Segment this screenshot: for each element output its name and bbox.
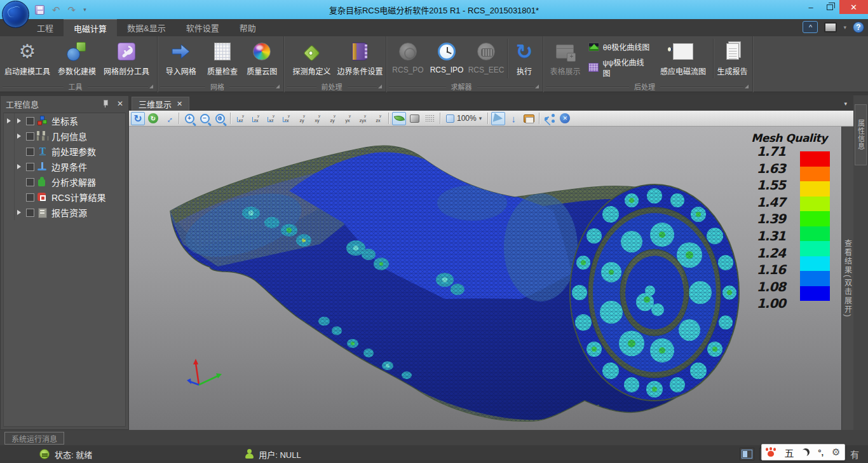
quality-cloud-map-button[interactable]: 质量云图 bbox=[243, 38, 281, 82]
spin-view-button[interactable]: ↻ bbox=[146, 112, 160, 125]
rotate-view-button[interactable]: ↻ bbox=[131, 112, 145, 125]
system-messages-tab[interactable]: 系统运行消息 bbox=[4, 432, 64, 445]
view-orientation-button-10[interactable]: zx bbox=[371, 112, 385, 125]
close-view-button[interactable]: ✕ bbox=[558, 112, 572, 125]
flat-shading-button[interactable] bbox=[407, 112, 421, 125]
ime-mode-label[interactable]: 五 bbox=[784, 446, 794, 459]
zoom-in-button[interactable]: + bbox=[182, 112, 196, 125]
tab-list-dropdown-icon[interactable]: ▾ bbox=[844, 100, 847, 107]
help-button[interactable]: ? bbox=[853, 22, 864, 33]
generate-report-button[interactable]: 生成报告 bbox=[715, 38, 750, 82]
tab-project[interactable]: 工程 bbox=[27, 19, 64, 36]
status-text: 状态: 就绪 bbox=[55, 448, 92, 460]
expander-icon[interactable] bbox=[17, 134, 21, 139]
group-expand-icon[interactable] bbox=[149, 85, 153, 88]
view-orientation-button-3[interactable]: xz bbox=[264, 112, 278, 125]
pan-view-button[interactable]: ↔ bbox=[159, 109, 178, 128]
ime-paw-icon[interactable] bbox=[766, 448, 776, 457]
quality-check-button[interactable]: 质量检查 bbox=[201, 38, 243, 82]
theta-polarization-curve-button[interactable]: θθ极化曲线图 bbox=[588, 41, 651, 52]
minimize-button[interactable]: – bbox=[801, 0, 820, 14]
view-orientation-button-5[interactable]: zy bbox=[295, 112, 309, 125]
zoom-fit-button[interactable]: ⊕ bbox=[213, 112, 227, 125]
quick-access-dropdown-icon[interactable]: ▾ bbox=[83, 7, 86, 13]
group-expand-icon[interactable] bbox=[276, 85, 280, 88]
checkbox[interactable] bbox=[26, 193, 34, 202]
checkbox[interactable] bbox=[26, 148, 34, 156]
collapse-ribbon-button[interactable]: ^ bbox=[803, 21, 818, 33]
tree-item-boundary-conditions[interactable]: 边界条件 bbox=[4, 159, 125, 174]
boundary-condition-settings-button[interactable]: 边界条件设置 bbox=[337, 38, 383, 82]
tree-item-coordinate-system[interactable]: 坐标系 bbox=[4, 113, 125, 128]
tab-em-computation[interactable]: 电磁计算 bbox=[64, 19, 117, 36]
layout-left-panel-button[interactable] bbox=[740, 448, 754, 460]
view-orientation-button-9[interactable]: zyx bbox=[356, 112, 370, 125]
tab-software-settings[interactable]: 软件设置 bbox=[176, 19, 229, 36]
rcs-po-solver-button[interactable]: RCS_PO bbox=[389, 38, 427, 82]
rcs-eec-solver-button[interactable]: RCS_EEC bbox=[466, 38, 506, 82]
group-expand-icon[interactable] bbox=[745, 85, 749, 88]
ime-toolbar[interactable]: 五 °, ⚙ bbox=[761, 444, 845, 460]
share-view-button[interactable] bbox=[543, 112, 557, 125]
import-view-button[interactable]: ↓ bbox=[506, 112, 520, 125]
tab-help[interactable]: 帮助 bbox=[229, 19, 266, 36]
screen-icon[interactable] bbox=[824, 22, 837, 32]
restore-button[interactable] bbox=[820, 0, 839, 14]
view-orientation-button-7[interactable]: zy bbox=[325, 112, 339, 125]
checkbox[interactable] bbox=[26, 163, 34, 171]
smooth-shading-button[interactable] bbox=[392, 112, 406, 125]
tab-data-display[interactable]: 数据&显示 bbox=[117, 19, 176, 36]
view-orientation-button-2[interactable]: zx bbox=[249, 112, 263, 125]
tree-item-rcs-results[interactable]: RCS计算结果 bbox=[4, 190, 125, 205]
ime-moon-icon[interactable] bbox=[802, 448, 810, 456]
application-logo[interactable] bbox=[2, 1, 29, 28]
close-button[interactable]: ✕ bbox=[839, 0, 868, 14]
induced-current-map-button[interactable]: 感应电磁流图 bbox=[654, 38, 712, 82]
view-orientation-button-1[interactable]: xz bbox=[234, 112, 248, 125]
expander-icon[interactable] bbox=[17, 164, 21, 169]
tab-3d-display[interactable]: 三维显示 ✕ bbox=[132, 97, 189, 111]
screen-dropdown-icon[interactable]: ▾ bbox=[843, 24, 846, 31]
expander-icon[interactable] bbox=[17, 210, 21, 215]
zoom-out-button[interactable]: − bbox=[198, 112, 212, 125]
results-collapsed-panel[interactable]: 查看结果(双击展开) bbox=[841, 127, 853, 430]
expander-icon[interactable] bbox=[17, 118, 21, 123]
table-display-button[interactable]: 表格展示 bbox=[546, 38, 585, 82]
import-mesh-button[interactable]: 导入网格 bbox=[160, 38, 201, 82]
psi-polarization-curve-button[interactable]: ψψ极化曲线图 bbox=[588, 57, 651, 78]
view-orientation-button-8[interactable]: yx bbox=[341, 112, 355, 125]
checkbox[interactable] bbox=[26, 178, 34, 186]
group-expand-icon[interactable] bbox=[378, 85, 382, 88]
viewport-3d-canvas[interactable]: Mesh Quality 1.71 1.63 1.55 1.47 1.39 1.… bbox=[129, 127, 841, 430]
pin-icon[interactable] bbox=[102, 100, 108, 107]
parametric-modeling-button[interactable]: 参数化建模 bbox=[52, 38, 102, 82]
redo-icon[interactable]: ↷ bbox=[68, 5, 76, 15]
checkbox[interactable] bbox=[26, 209, 34, 217]
mesh-partition-tool-button[interactable]: 网格剖分工具 bbox=[102, 38, 151, 82]
tree-item-analysis-solver[interactable]: 分析求解器 bbox=[4, 174, 125, 190]
panel-close-icon[interactable]: ✕ bbox=[117, 99, 123, 108]
checkbox[interactable] bbox=[26, 132, 34, 141]
view-orientation-button-4[interactable]: zx bbox=[280, 112, 294, 125]
undo-icon[interactable]: ↶ bbox=[52, 5, 60, 15]
execute-button[interactable]: ↻ 执行 bbox=[509, 38, 539, 82]
tree-item-report-resources[interactable]: 报告资源 bbox=[4, 205, 125, 220]
checkbox[interactable] bbox=[26, 117, 34, 125]
zoom-level-select[interactable]: 100% ▾ bbox=[444, 114, 484, 123]
wireframe-button[interactable] bbox=[423, 112, 437, 125]
view-orientation-button-6[interactable]: xy bbox=[310, 112, 324, 125]
probe-angle-define-button[interactable]: 探测角定义 bbox=[287, 38, 337, 82]
clip-plane-button[interactable] bbox=[491, 112, 505, 125]
launch-modeling-tool-button[interactable]: ⚙ 启动建模工具 bbox=[3, 38, 52, 82]
save-icon[interactable] bbox=[35, 5, 44, 15]
ime-punctuation-icon[interactable]: °, bbox=[818, 448, 824, 457]
rcs-ipo-solver-button[interactable]: RCS_IPO bbox=[427, 38, 466, 82]
expander-icon[interactable] bbox=[7, 118, 11, 123]
ime-settings-gear-icon[interactable]: ⚙ bbox=[832, 446, 840, 458]
tab-close-icon[interactable]: ✕ bbox=[177, 100, 182, 108]
snapshot-button[interactable] bbox=[522, 112, 536, 125]
group-expand-icon[interactable] bbox=[535, 85, 539, 88]
tree-item-preprocess-params[interactable]: T 前处理参数 bbox=[4, 144, 125, 159]
properties-collapsed-tab[interactable]: 属性信息 bbox=[855, 104, 867, 165]
tree-item-geometry-info[interactable]: 几何信息 bbox=[4, 128, 125, 144]
